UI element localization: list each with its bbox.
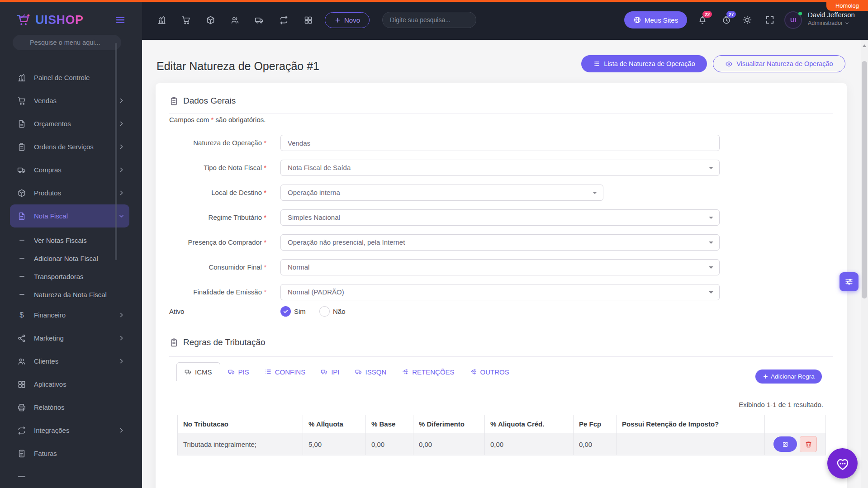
field-label-tipo-de-nota-fiscal: Tipo de Nota Fiscal *	[169, 160, 266, 176]
global-search-input[interactable]	[382, 12, 476, 28]
tab-confins[interactable]: CONFINS	[257, 362, 313, 381]
field-label-presenca-do-comprador: Presença do Comprador *	[169, 234, 266, 251]
tab-retencoes[interactable]: RETENÇÕES	[394, 362, 462, 381]
sidebar-subitem-adicionar-nota-fiscal[interactable]: Adicionar Nota Fiscal	[10, 249, 129, 267]
analytics-icon[interactable]	[157, 15, 166, 25]
file-icon	[17, 212, 26, 221]
user-menu[interactable]: David Jefferson Administrador	[808, 11, 855, 26]
col-diferimento: % Diferimento	[413, 415, 485, 433]
field-label-finalidade-de-emissao: Finalidade de Emissão *	[169, 284, 266, 300]
top-navbar: Novo Meus Sites 22 27 UI David Jefferson…	[142, 0, 868, 40]
required-asterisk: *	[264, 189, 266, 196]
sidebar-item-ordens-de-servicos[interactable]: Ordens de Serviços	[10, 135, 129, 158]
my-sites-button[interactable]: Meus Sites	[624, 11, 687, 28]
menu-toggle-icon[interactable]	[114, 14, 127, 25]
online-status-dot	[798, 12, 802, 15]
consumidor-final-select[interactable]: Normal	[280, 259, 720, 275]
sidebar-item-compras[interactable]: Compras	[10, 158, 129, 181]
sliders-icon	[844, 277, 854, 287]
trash-icon	[805, 441, 812, 448]
tax-rules-table: No Tributacao % AlÍquota % Base % Diferi…	[177, 415, 826, 455]
sidebar-subitem-ver-notas-fiscais[interactable]: Ver Notas Fiscais	[10, 231, 129, 249]
tab-issqn[interactable]: ISSQN	[347, 362, 394, 381]
environment-badge-label: Homolog	[835, 2, 859, 9]
chevron-down-icon	[844, 21, 849, 26]
cart-icon	[17, 96, 26, 105]
timer-button[interactable]: 27	[721, 0, 732, 40]
timer-count-badge: 27	[726, 11, 736, 18]
eye-icon	[725, 60, 733, 68]
scrollbar-thumb[interactable]	[862, 61, 867, 298]
theme-toggle-sun-icon[interactable]	[742, 15, 752, 25]
grid-icon[interactable]	[304, 15, 313, 25]
tab-outros[interactable]: OUTROS	[462, 362, 517, 381]
dash-icon	[19, 258, 24, 259]
tab-ipi[interactable]: IPI	[313, 362, 347, 381]
sidebar-item-produtos[interactable]: Produtos	[10, 181, 129, 204]
fullscreen-icon[interactable]	[765, 15, 775, 25]
delete-rule-button[interactable]	[800, 436, 817, 452]
view-natureza-button[interactable]: Visualizar Natureza de Operação	[713, 55, 845, 72]
dash-icon	[19, 294, 24, 295]
new-button[interactable]: Novo	[325, 12, 370, 28]
sidebar-item-aplicativos[interactable]: Aplicativos	[10, 373, 129, 396]
sidebar: UISHOP Painel de Controle Vendas Orçamen…	[0, 0, 142, 488]
truck-icon[interactable]	[255, 15, 264, 25]
customizer-toggle-button[interactable]	[840, 272, 859, 291]
sidebar-item-clientes[interactable]: Clientes	[10, 350, 129, 373]
tipo-de-nota-fiscal-select[interactable]: Nota Fiscal de Saída	[280, 160, 720, 176]
sidebar-subitem-natureza-da-nota-fiscal[interactable]: Natureza da Nota Fiscal	[10, 285, 129, 303]
finalidade-de-emissao-select[interactable]: Normal (PADRÃO)	[280, 284, 720, 300]
sidebar-subitem-transportadoras[interactable]: Transportadoras	[10, 267, 129, 285]
clipboard-icon	[17, 142, 26, 152]
tab-icms[interactable]: ICMS	[176, 362, 220, 381]
menu-search-input[interactable]	[13, 35, 121, 50]
sidebar-item-integracoes[interactable]: Integrações	[10, 419, 129, 442]
field-label-regime-tributario: Regime Tributário *	[169, 209, 266, 226]
tab-pis[interactable]: PIS	[220, 362, 257, 381]
users-icon[interactable]	[230, 15, 240, 25]
avatar-monogram: UI	[790, 17, 796, 24]
sidebar-item-financeiro[interactable]: $ Financeiro	[10, 303, 129, 327]
add-rule-button[interactable]: Adicionar Regra	[755, 370, 822, 384]
dash-icon	[19, 276, 24, 277]
natureza-de-operacao-input[interactable]	[280, 135, 720, 151]
sidebar-item-relatorios[interactable]: Relatórios	[10, 396, 129, 419]
cell-aliquota-cred: 0,00	[485, 433, 574, 455]
chat-button[interactable]	[827, 448, 858, 479]
user-avatar[interactable]: UI	[784, 11, 802, 29]
cell-aliquota: 5,00	[303, 433, 366, 455]
scrollbar-up-arrow[interactable]	[863, 43, 866, 47]
sidebar-item-marketing[interactable]: Marketing	[10, 327, 129, 350]
ativo-sim-radio[interactable]	[280, 306, 291, 317]
user-name: David Jefferson	[808, 11, 855, 19]
local-de-destino-select[interactable]: Operação interna	[280, 185, 603, 201]
chevron-down-icon	[118, 213, 125, 219]
page-scrollbar[interactable]	[861, 40, 868, 488]
sidebar-item-faturas[interactable]: Faturas	[10, 442, 129, 465]
cart-icon[interactable]	[181, 15, 191, 25]
sidebar-item-nota-fiscal[interactable]: Nota Fiscal	[10, 204, 129, 227]
page-title: Editar Natureza de Operação #1	[157, 60, 319, 73]
dollar-icon: $	[17, 311, 26, 320]
edit-icon	[782, 441, 789, 448]
sidebar-item-partial[interactable]	[10, 465, 129, 488]
box-icon[interactable]	[206, 15, 215, 25]
notifications-button[interactable]: 22	[697, 0, 708, 40]
cell-base: 0,00	[366, 433, 413, 455]
sidebar-item-orcamentos[interactable]: Orçamentos	[10, 112, 129, 135]
presenca-do-comprador-select[interactable]: Operação não presencial, pela Internet	[280, 234, 720, 251]
ativo-nao-radio[interactable]	[319, 306, 330, 317]
field-label-natureza-de-operacao: Natureza de Operação *	[169, 135, 266, 151]
chevron-right-icon	[118, 358, 125, 365]
chevron-right-icon	[118, 143, 125, 150]
col-actions	[765, 415, 826, 433]
sidebar-scrollbar-thumb[interactable]	[115, 43, 117, 260]
ed it-rule-button[interactable]	[773, 436, 797, 452]
sidebar-item-vendas[interactable]: Vendas	[10, 89, 129, 112]
list-natureza-button[interactable]: Lista de Natureza de Operação	[581, 55, 707, 72]
regime-tributario-select[interactable]: Simples Nacional	[280, 209, 720, 226]
repeat-icon[interactable]	[279, 15, 289, 25]
brand-logo[interactable]: UISHOP	[0, 0, 142, 40]
sidebar-item-painel-de-controle[interactable]: Painel de Controle	[10, 66, 129, 89]
